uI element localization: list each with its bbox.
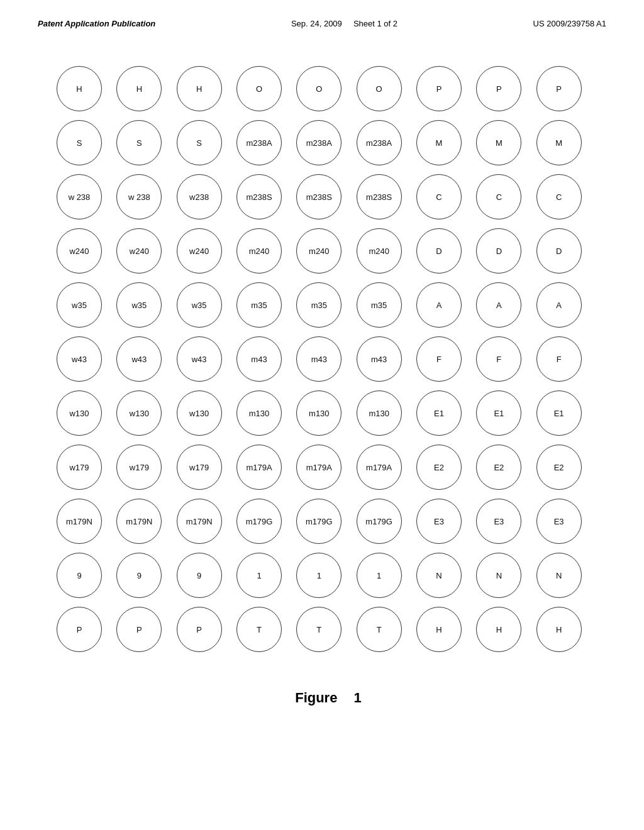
- circle-cell: E1: [416, 390, 462, 436]
- circle-cell: w238: [177, 174, 222, 219]
- circle-cell: D: [416, 228, 462, 274]
- circle-cell: M: [536, 120, 582, 165]
- circle-cell: S: [116, 120, 162, 165]
- circle-cell: E2: [536, 445, 582, 490]
- circle-cell: w179: [57, 445, 102, 490]
- circle-cell: m35: [357, 282, 402, 328]
- circle-cell: C: [416, 174, 462, 219]
- circle-cell: A: [476, 282, 521, 328]
- circle-cell: m238S: [296, 174, 341, 219]
- circle-cell: w130: [177, 390, 222, 436]
- circle-cell: m238S: [236, 174, 282, 219]
- circle-cell: A: [536, 282, 582, 328]
- circle-cell: 1: [357, 553, 402, 598]
- circle-cell: m179N: [177, 499, 222, 544]
- figure-label: Figure 1: [38, 690, 606, 706]
- circle-cell: w43: [116, 336, 162, 382]
- publication-label: Patent Application Publication: [38, 19, 155, 28]
- circle-cell: F: [416, 336, 462, 382]
- circle-cell: m43: [357, 336, 402, 382]
- circle-cell: m238S: [357, 174, 402, 219]
- circle-cell: m179G: [357, 499, 402, 544]
- circle-cell: m43: [296, 336, 341, 382]
- circle-cell: w 238: [116, 174, 162, 219]
- circle-cell: M: [416, 120, 462, 165]
- circle-cell: 1: [236, 553, 282, 598]
- circle-cell: w130: [57, 390, 102, 436]
- circle-cell: E1: [536, 390, 582, 436]
- circle-cell: E3: [416, 499, 462, 544]
- circle-cell: w179: [177, 445, 222, 490]
- circle-cell: H: [116, 66, 162, 111]
- circle-cell: H: [57, 66, 102, 111]
- circle-cell: C: [536, 174, 582, 219]
- circle-cell: P: [416, 66, 462, 111]
- circle-cell: w179: [116, 445, 162, 490]
- circle-cell: H: [177, 66, 222, 111]
- circle-cell: m179G: [296, 499, 341, 544]
- circle-cell: m238A: [236, 120, 282, 165]
- circle-cell: A: [416, 282, 462, 328]
- circle-cell: m238A: [296, 120, 341, 165]
- circle-cell: m130: [296, 390, 341, 436]
- circle-cell: N: [536, 553, 582, 598]
- circle-cell: w35: [57, 282, 102, 328]
- circle-cell: P: [536, 66, 582, 111]
- header-right: US 2009/239758 A1: [533, 19, 606, 28]
- figure-number: 1: [354, 690, 362, 706]
- circle-cell: m179A: [357, 445, 402, 490]
- circle-cell: D: [536, 228, 582, 274]
- circle-cell: w35: [116, 282, 162, 328]
- circle-cell: E2: [476, 445, 521, 490]
- header-left: Patent Application Publication: [38, 19, 155, 28]
- circle-cell: N: [476, 553, 521, 598]
- circle-cell: E3: [476, 499, 521, 544]
- circle-cell: S: [177, 120, 222, 165]
- circle-cell: N: [416, 553, 462, 598]
- header-center: Sep. 24, 2009 Sheet 1 of 2: [291, 19, 397, 28]
- circle-cell: w240: [116, 228, 162, 274]
- circle-cell: H: [536, 607, 582, 652]
- sheet-info: Sheet 1 of 2: [353, 19, 397, 28]
- patent-number: US 2009/239758 A1: [533, 19, 606, 28]
- circle-cell: m179N: [57, 499, 102, 544]
- circle-cell: m240: [357, 228, 402, 274]
- circle-cell: O: [236, 66, 282, 111]
- circle-cell: T: [296, 607, 341, 652]
- circle-cell: m240: [296, 228, 341, 274]
- circle-grid: HHHOOOPPPSSSm238Am238Am238AMMMw 238w 238…: [38, 53, 606, 665]
- circle-cell: S: [57, 120, 102, 165]
- circle-cell: m43: [236, 336, 282, 382]
- circle-cell: P: [476, 66, 521, 111]
- circle-cell: D: [476, 228, 521, 274]
- circle-cell: T: [236, 607, 282, 652]
- circle-cell: w 238: [57, 174, 102, 219]
- circle-cell: F: [476, 336, 521, 382]
- circle-cell: P: [177, 607, 222, 652]
- circle-cell: O: [296, 66, 341, 111]
- circle-cell: m179G: [236, 499, 282, 544]
- circle-cell: m35: [296, 282, 341, 328]
- circle-cell: E3: [536, 499, 582, 544]
- page: Patent Application Publication Sep. 24, …: [0, 0, 644, 830]
- circle-cell: O: [357, 66, 402, 111]
- circle-cell: T: [357, 607, 402, 652]
- circle-cell: H: [416, 607, 462, 652]
- circle-cell: w43: [57, 336, 102, 382]
- circle-cell: P: [116, 607, 162, 652]
- circle-cell: m179N: [116, 499, 162, 544]
- circle-cell: M: [476, 120, 521, 165]
- circle-cell: w130: [116, 390, 162, 436]
- header: Patent Application Publication Sep. 24, …: [38, 19, 606, 28]
- circle-cell: m35: [236, 282, 282, 328]
- circle-cell: w240: [57, 228, 102, 274]
- circle-cell: m238A: [357, 120, 402, 165]
- circle-cell: w43: [177, 336, 222, 382]
- circle-cell: 9: [177, 553, 222, 598]
- circle-cell: 9: [57, 553, 102, 598]
- circle-cell: m130: [357, 390, 402, 436]
- circle-cell: P: [57, 607, 102, 652]
- publication-date: Sep. 24, 2009: [291, 19, 342, 28]
- circle-cell: H: [476, 607, 521, 652]
- circle-cell: E2: [416, 445, 462, 490]
